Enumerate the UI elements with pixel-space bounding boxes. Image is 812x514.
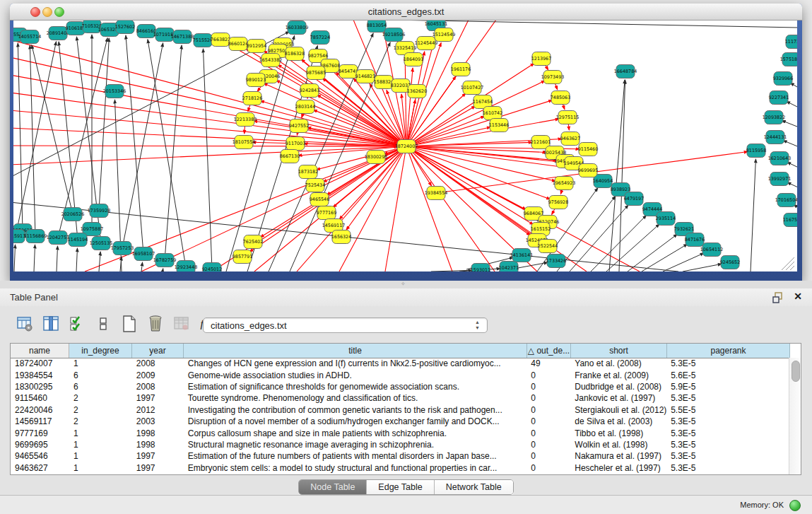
network-node[interactable]: 1527602 <box>115 21 135 34</box>
network-node[interactable]: 9465546 <box>310 193 329 206</box>
table-cell[interactable]: 5.5E-5 <box>666 405 789 415</box>
network-node[interactable]: 1167533 <box>783 214 797 227</box>
table-cell[interactable]: 1 <box>69 428 132 438</box>
column-header-in_degree[interactable]: in_degree <box>69 344 132 358</box>
network-node[interactable]: 8115958 <box>746 144 766 158</box>
network-node[interactable]: 16543382 <box>259 54 283 67</box>
table-cell[interactable]: 6 <box>69 370 132 380</box>
show-columns-icon[interactable] <box>42 315 60 333</box>
splitter-grip-icon[interactable]: ✧ <box>401 281 406 287</box>
float-panel-icon[interactable] <box>772 292 784 303</box>
table-cell[interactable]: Structural magnetic resonance image aver… <box>184 440 527 450</box>
table-cell[interactable]: 22420046 <box>11 405 69 415</box>
table-cell[interactable]: Dudbridge et al. (2008) <box>570 382 666 392</box>
network-node[interactable]: 8660124 <box>228 37 248 51</box>
table-cell[interactable]: 5.3E-5 <box>666 416 789 426</box>
network-node[interactable]: 13992971 <box>768 173 792 186</box>
resize-grip-icon[interactable] <box>786 262 794 270</box>
table-cell[interactable]: 2003 <box>132 416 184 426</box>
network-node[interactable]: 9245012 <box>202 263 222 272</box>
import-table-icon[interactable] <box>172 315 191 333</box>
table-cell[interactable]: 9115460 <box>11 393 69 403</box>
new-column-icon[interactable] <box>120 315 139 333</box>
network-node[interactable]: 9777169 <box>317 206 336 220</box>
network-node[interactable]: 11156869 <box>24 230 47 243</box>
network-node[interactable]: 16033809 <box>286 21 309 35</box>
network-node[interactable]: 1864093 <box>404 53 423 66</box>
close-panel-icon[interactable]: ✕ <box>794 291 802 302</box>
network-node[interactable]: 9117003 <box>286 137 305 151</box>
table-cell[interactable]: Nakamura et al. (1997) <box>570 451 666 461</box>
table-cell[interactable]: 9777169 <box>11 428 69 438</box>
window-titlebar[interactable]: citations_edges.txt <box>10 4 802 21</box>
network-node[interactable]: 12213383 <box>234 113 257 127</box>
network-node[interactable]: 15751874 <box>780 53 797 66</box>
network-node[interactable]: 16782759 <box>153 254 177 267</box>
delete-column-icon[interactable] <box>146 315 165 333</box>
network-node[interactable]: 9427552 <box>289 119 309 133</box>
network-node[interactable]: 9890123 <box>246 74 266 87</box>
vertical-scrollbar[interactable] <box>789 358 801 474</box>
network-node[interactable]: 9463627 <box>560 132 580 146</box>
table-cell[interactable]: 0 <box>526 416 570 426</box>
network-node[interactable]: 9756928 <box>548 196 568 209</box>
network-node[interactable]: 14136141 <box>510 249 534 262</box>
network-node[interactable]: 8667130 <box>280 150 300 163</box>
network-node[interactable]: 10973493 <box>541 71 565 84</box>
network-node[interactable]: 19218506 <box>382 28 406 42</box>
table-cell[interactable]: Corpus callosum shape and size in male p… <box>184 428 527 438</box>
network-node[interactable]: 1733426 <box>546 255 566 268</box>
table-cell[interactable]: 5.9E-5 <box>666 382 789 392</box>
network-node[interactable]: 2718126 <box>242 92 262 105</box>
table-cell[interactable]: 5.3E-5 <box>666 393 789 403</box>
network-node[interactable]: 1145194 <box>68 233 88 247</box>
table-cell[interactable]: 18300295 <box>11 382 69 392</box>
table-cell[interactable]: 5.3E-5 <box>666 358 789 368</box>
column-header-title[interactable]: title <box>184 344 527 358</box>
resize-grip-icon[interactable] <box>790 266 794 270</box>
table-cell[interactable]: 5.3E-5 <box>666 428 789 438</box>
table-cell[interactable]: 2 <box>69 393 132 403</box>
network-node[interactable]: 9242843 <box>300 84 319 98</box>
table-cell[interactable]: Stergiakouli et al. (2012) <box>570 405 666 415</box>
network-node[interactable]: 18724007 <box>395 140 418 153</box>
network-node[interactable]: 8186328 <box>285 47 305 61</box>
network-node[interactable]: 12975115 <box>556 111 579 124</box>
network-node[interactable]: 7525434 <box>305 179 325 192</box>
table-cell[interactable]: 0 <box>526 382 570 392</box>
table-cell[interactable]: Investigating the contribution of common… <box>184 405 527 415</box>
table-cell[interactable]: 5.3E-5 <box>666 451 789 461</box>
table-cell[interactable]: 1 <box>69 451 132 461</box>
table-cell[interactable]: 0 <box>526 428 570 438</box>
table-cell[interactable]: 0 <box>526 405 570 415</box>
network-canvas[interactable]: 1872400720553711405571420891406910618671… <box>13 21 797 271</box>
table-cell[interactable]: 6 <box>69 382 132 392</box>
table-row[interactable]: 2242004622012Investigating the contribut… <box>11 404 789 416</box>
network-node[interactable]: 9245652 <box>720 256 740 269</box>
network-node[interactable]: 9699695 <box>578 164 598 177</box>
network-node[interactable]: 10654112 <box>700 243 724 257</box>
network-node[interactable]: 2803144 <box>295 100 315 114</box>
table-cell[interactable]: 5.3E-5 <box>666 440 789 450</box>
table-cell[interactable]: Tourette syndrome. Phenomenology and cla… <box>184 393 527 403</box>
table-cell[interactable]: 9465546 <box>11 451 69 461</box>
table-cell[interactable]: 2008 <box>132 382 184 392</box>
network-node[interactable]: 7857224 <box>310 31 330 45</box>
tab-node-table[interactable]: Node Table <box>299 480 367 494</box>
network-node[interactable]: 18107554 <box>233 136 256 149</box>
network-node[interactable]: 14671388 <box>171 30 194 44</box>
network-node[interactable]: 12093822 <box>763 111 786 124</box>
table-row[interactable]: 1938455462009Genome-wide association stu… <box>11 369 789 380</box>
table-cell[interactable]: 1 <box>69 440 132 450</box>
table-cell[interactable]: 2 <box>69 405 132 415</box>
table-cell[interactable]: 1997 <box>132 451 184 461</box>
scrollbar-thumb[interactable] <box>792 361 800 382</box>
network-node[interactable]: 12505135 <box>90 237 113 250</box>
network-node[interactable]: 1610742 <box>483 107 502 120</box>
network-node[interactable]: 19654923 <box>553 177 576 190</box>
column-header-short[interactable]: short <box>571 344 667 358</box>
network-node[interactable]: 1656324 <box>331 230 351 244</box>
table-cell[interactable]: 0 <box>526 393 570 403</box>
network-node[interactable]: 9146821 <box>355 70 375 83</box>
network-node[interactable]: 18300295 <box>365 151 388 164</box>
